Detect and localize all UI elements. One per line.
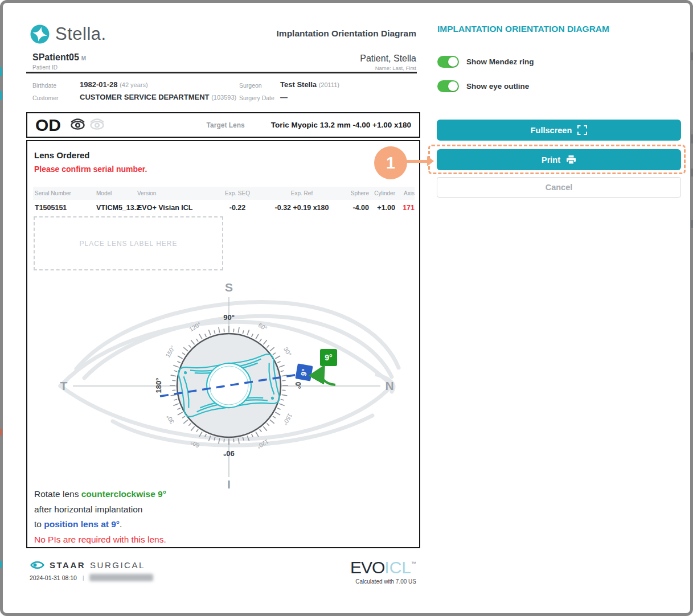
patient-id-label: Patient ID: [32, 64, 86, 71]
patient-name-block: Patient, Stella Name: Last, First: [245, 54, 416, 71]
toggle-show-eye-outline[interactable]: Show eye outline: [437, 80, 529, 92]
surgery-date-value: —: [280, 93, 288, 101]
fullscreen-button[interactable]: Fullscreen: [437, 120, 681, 141]
svg-text:150°: 150°: [164, 344, 176, 359]
staar-surgical-logo: STAARSURGICAL: [30, 560, 145, 570]
edge-artifact: [0, 91, 2, 100]
footer-timestamp: 2024-01-31 08:10 |: [30, 574, 153, 581]
model: VTICM5_13.2: [95, 204, 136, 212]
patient-id-block: SPatient05M Patient ID: [32, 52, 86, 71]
lens-table-header: Serial Number Model Version Exp. SEQ Exp…: [33, 187, 415, 200]
stella-logo: Stella.: [30, 24, 106, 44]
edge-artifact: [691, 169, 693, 176]
edge-artifact: [0, 67, 2, 76]
step-annotation-badge: 1: [374, 146, 407, 179]
eye-label: OD: [35, 116, 61, 135]
annotation-arrow-line: [405, 160, 429, 163]
annotation-arrow-icon: [427, 156, 434, 166]
compass-superior: S: [225, 281, 233, 294]
header-divider: [26, 72, 417, 73]
target-lens-label: Target Lens: [207, 121, 245, 129]
eye-header-box: OD Target Lens Toric Myopic 13.2 mm -4.0…: [26, 112, 420, 138]
stella-logo-text: Stella.: [55, 24, 106, 44]
svg-text:180°: 180°: [154, 378, 163, 393]
surgeon-label: Surgeon: [239, 82, 262, 89]
evo-icl-logo: EVOICL™: [302, 558, 416, 577]
svg-text:30°: 30°: [282, 346, 293, 358]
lens-label-placeholder: PLACE LENS LABEL HERE: [34, 216, 223, 270]
compass-temporal: T: [60, 379, 68, 392]
lens-ordered-title: Lens Ordered: [34, 150, 90, 160]
lens-table-row: T1505151 VTICM5_13.2 EVO+ Visian ICL -0.…: [33, 200, 415, 216]
os-eye-icon[interactable]: [89, 117, 105, 133]
serial-number: T1505151: [33, 204, 95, 212]
patient-id-value: SPatient05: [32, 52, 79, 62]
axis: 171: [395, 204, 415, 212]
eye-outline-switch[interactable]: [437, 80, 459, 92]
cancel-button[interactable]: Cancel: [437, 177, 681, 198]
orientation-diagram: S I T N 90°180°0°90°120°60°150°30°30°60°…: [27, 278, 421, 491]
svg-text:30°: 30°: [165, 414, 175, 425]
instruction-line-2: after horizontal implantation: [34, 502, 166, 518]
edge-artifact: [0, 561, 2, 568]
target-lens-value: Toric Myopic 13.2 mm -4.00 +1.00 x180: [271, 121, 411, 129]
svg-text:60°: 60°: [190, 439, 201, 449]
edge-artifact: [691, 134, 693, 143]
patient-name-hint: Name: Last, First: [245, 65, 416, 71]
instruction-line-3: to position lens at 9°.: [34, 517, 166, 532]
svg-text:0°: 0°: [294, 382, 302, 389]
staar-eye-icon: [30, 560, 45, 570]
edge-artifact: [691, 52, 693, 60]
printer-icon: [566, 155, 576, 165]
compass-nasal: N: [385, 379, 393, 392]
surgeon-value: Test Stella (20111): [280, 80, 339, 89]
birthdate-label: Birthdate: [32, 82, 56, 89]
rotation-instructions: Rotate lens counterclockwise 9° after ho…: [34, 487, 166, 547]
exp-seq: -0.22: [215, 204, 260, 212]
sphere: -4.00: [344, 204, 369, 212]
version: EVO+ Visian ICL: [136, 204, 215, 212]
fullscreen-icon: [577, 125, 587, 135]
lens-document: Lens Ordered Please confirm serial numbe…: [26, 140, 420, 548]
patient-name: Patient, Stella: [245, 54, 416, 64]
svg-text:150°: 150°: [282, 412, 294, 426]
axis-angle-tag: 9°: [295, 363, 313, 381]
panel-title: IMPLANTATION ORIENTATION DIAGRAM: [437, 24, 609, 34]
patient-sex: M: [81, 55, 86, 61]
od-eye-icon[interactable]: [70, 117, 85, 133]
surgery-date-label: Surgery Date: [239, 95, 274, 101]
serial-warning: Please confirm serial number.: [34, 165, 147, 174]
implantation-orientation-dialog: Stella. Implantation Orientation Diagram…: [0, 0, 693, 616]
compass-inferior: I: [227, 478, 231, 491]
instruction-line-4: No PIs are required with this lens.: [34, 532, 166, 548]
svg-text:90°: 90°: [223, 449, 235, 458]
svg-text:9°: 9°: [299, 368, 309, 377]
cylinder: +1.00: [369, 204, 395, 212]
print-button[interactable]: Print: [437, 149, 681, 170]
toggle-show-mendez-ring[interactable]: Show Mendez ring: [437, 56, 534, 68]
edge-artifact: [691, 220, 693, 228]
rotation-badge: 9°: [320, 349, 337, 366]
customer-value: CUSTOMER SERVICE DEPARTMENT (103593): [80, 93, 236, 101]
instruction-line-1: Rotate lens counterclockwise 9°: [34, 487, 166, 502]
mendez-ring-switch[interactable]: [437, 56, 459, 68]
birthdate-value: 1982-01-28 (42 years): [80, 80, 148, 89]
stella-logo-icon: [30, 24, 50, 44]
exp-ref: -0.32 +0.19 x180: [260, 204, 344, 212]
customer-label: Customer: [32, 95, 59, 101]
redacted-user: [89, 574, 153, 581]
svg-text:9°: 9°: [325, 353, 332, 362]
calculated-with-note: Calculated with 7.00 US: [302, 578, 416, 585]
rotation-arrow-icon: [321, 368, 335, 385]
page-title: Implantation Orientation Diagram: [188, 28, 416, 39]
svg-text:90°: 90°: [223, 313, 235, 322]
edge-artifact: [0, 429, 2, 436]
